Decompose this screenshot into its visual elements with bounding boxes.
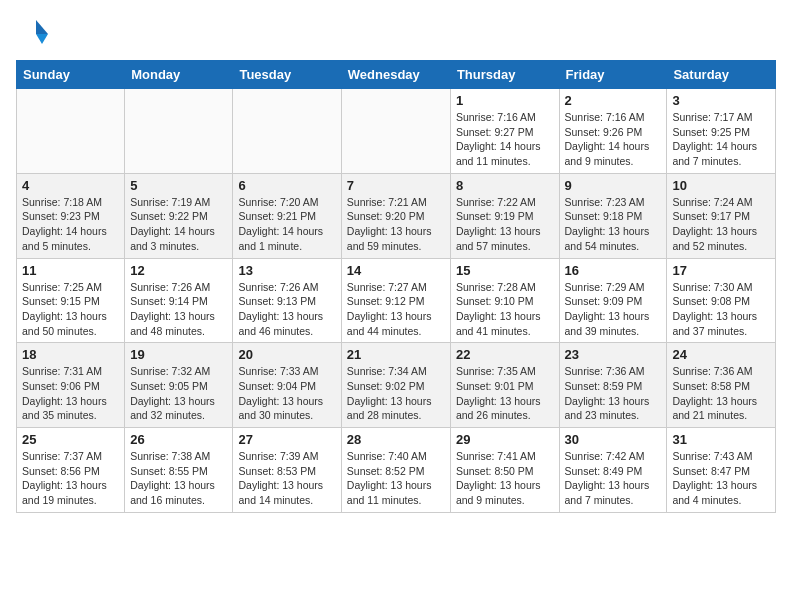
day-number: 24 bbox=[672, 347, 770, 362]
calendar-header-row: SundayMondayTuesdayWednesdayThursdayFrid… bbox=[17, 61, 776, 89]
day-number: 2 bbox=[565, 93, 662, 108]
day-number: 7 bbox=[347, 178, 445, 193]
day-info: Sunrise: 7:32 AM Sunset: 9:05 PM Dayligh… bbox=[130, 364, 227, 423]
calendar-cell: 12Sunrise: 7:26 AM Sunset: 9:14 PM Dayli… bbox=[125, 258, 233, 343]
calendar-cell bbox=[233, 89, 341, 174]
page-header bbox=[16, 16, 776, 52]
day-info: Sunrise: 7:38 AM Sunset: 8:55 PM Dayligh… bbox=[130, 449, 227, 508]
day-number: 27 bbox=[238, 432, 335, 447]
column-header-tuesday: Tuesday bbox=[233, 61, 341, 89]
calendar-cell: 4Sunrise: 7:18 AM Sunset: 9:23 PM Daylig… bbox=[17, 173, 125, 258]
svg-marker-0 bbox=[36, 20, 48, 34]
day-info: Sunrise: 7:30 AM Sunset: 9:08 PM Dayligh… bbox=[672, 280, 770, 339]
day-info: Sunrise: 7:39 AM Sunset: 8:53 PM Dayligh… bbox=[238, 449, 335, 508]
day-info: Sunrise: 7:43 AM Sunset: 8:47 PM Dayligh… bbox=[672, 449, 770, 508]
day-info: Sunrise: 7:21 AM Sunset: 9:20 PM Dayligh… bbox=[347, 195, 445, 254]
calendar-cell: 21Sunrise: 7:34 AM Sunset: 9:02 PM Dayli… bbox=[341, 343, 450, 428]
calendar-week-row: 1Sunrise: 7:16 AM Sunset: 9:27 PM Daylig… bbox=[17, 89, 776, 174]
column-header-saturday: Saturday bbox=[667, 61, 776, 89]
calendar-cell: 3Sunrise: 7:17 AM Sunset: 9:25 PM Daylig… bbox=[667, 89, 776, 174]
calendar-cell: 20Sunrise: 7:33 AM Sunset: 9:04 PM Dayli… bbox=[233, 343, 341, 428]
day-info: Sunrise: 7:24 AM Sunset: 9:17 PM Dayligh… bbox=[672, 195, 770, 254]
day-info: Sunrise: 7:27 AM Sunset: 9:12 PM Dayligh… bbox=[347, 280, 445, 339]
calendar-cell: 8Sunrise: 7:22 AM Sunset: 9:19 PM Daylig… bbox=[450, 173, 559, 258]
day-number: 19 bbox=[130, 347, 227, 362]
day-number: 17 bbox=[672, 263, 770, 278]
column-header-monday: Monday bbox=[125, 61, 233, 89]
calendar-cell bbox=[125, 89, 233, 174]
day-number: 1 bbox=[456, 93, 554, 108]
column-header-sunday: Sunday bbox=[17, 61, 125, 89]
calendar-cell: 30Sunrise: 7:42 AM Sunset: 8:49 PM Dayli… bbox=[559, 428, 667, 513]
column-header-thursday: Thursday bbox=[450, 61, 559, 89]
calendar-week-row: 25Sunrise: 7:37 AM Sunset: 8:56 PM Dayli… bbox=[17, 428, 776, 513]
calendar-cell: 22Sunrise: 7:35 AM Sunset: 9:01 PM Dayli… bbox=[450, 343, 559, 428]
column-header-friday: Friday bbox=[559, 61, 667, 89]
calendar-cell: 1Sunrise: 7:16 AM Sunset: 9:27 PM Daylig… bbox=[450, 89, 559, 174]
calendar-cell: 15Sunrise: 7:28 AM Sunset: 9:10 PM Dayli… bbox=[450, 258, 559, 343]
calendar-cell: 25Sunrise: 7:37 AM Sunset: 8:56 PM Dayli… bbox=[17, 428, 125, 513]
calendar-cell: 16Sunrise: 7:29 AM Sunset: 9:09 PM Dayli… bbox=[559, 258, 667, 343]
day-info: Sunrise: 7:25 AM Sunset: 9:15 PM Dayligh… bbox=[22, 280, 119, 339]
calendar-cell: 2Sunrise: 7:16 AM Sunset: 9:26 PM Daylig… bbox=[559, 89, 667, 174]
day-number: 11 bbox=[22, 263, 119, 278]
day-info: Sunrise: 7:40 AM Sunset: 8:52 PM Dayligh… bbox=[347, 449, 445, 508]
day-number: 12 bbox=[130, 263, 227, 278]
day-info: Sunrise: 7:34 AM Sunset: 9:02 PM Dayligh… bbox=[347, 364, 445, 423]
calendar-cell: 13Sunrise: 7:26 AM Sunset: 9:13 PM Dayli… bbox=[233, 258, 341, 343]
day-info: Sunrise: 7:26 AM Sunset: 9:13 PM Dayligh… bbox=[238, 280, 335, 339]
day-info: Sunrise: 7:23 AM Sunset: 9:18 PM Dayligh… bbox=[565, 195, 662, 254]
calendar-cell: 19Sunrise: 7:32 AM Sunset: 9:05 PM Dayli… bbox=[125, 343, 233, 428]
calendar-cell bbox=[341, 89, 450, 174]
day-info: Sunrise: 7:36 AM Sunset: 8:59 PM Dayligh… bbox=[565, 364, 662, 423]
calendar-cell: 5Sunrise: 7:19 AM Sunset: 9:22 PM Daylig… bbox=[125, 173, 233, 258]
day-number: 21 bbox=[347, 347, 445, 362]
calendar-cell: 7Sunrise: 7:21 AM Sunset: 9:20 PM Daylig… bbox=[341, 173, 450, 258]
calendar-cell: 9Sunrise: 7:23 AM Sunset: 9:18 PM Daylig… bbox=[559, 173, 667, 258]
day-number: 26 bbox=[130, 432, 227, 447]
day-number: 20 bbox=[238, 347, 335, 362]
day-number: 5 bbox=[130, 178, 227, 193]
calendar-cell: 6Sunrise: 7:20 AM Sunset: 9:21 PM Daylig… bbox=[233, 173, 341, 258]
day-number: 14 bbox=[347, 263, 445, 278]
day-info: Sunrise: 7:17 AM Sunset: 9:25 PM Dayligh… bbox=[672, 110, 770, 169]
calendar-cell: 10Sunrise: 7:24 AM Sunset: 9:17 PM Dayli… bbox=[667, 173, 776, 258]
day-number: 9 bbox=[565, 178, 662, 193]
calendar-cell: 23Sunrise: 7:36 AM Sunset: 8:59 PM Dayli… bbox=[559, 343, 667, 428]
day-number: 29 bbox=[456, 432, 554, 447]
day-number: 18 bbox=[22, 347, 119, 362]
calendar-week-row: 4Sunrise: 7:18 AM Sunset: 9:23 PM Daylig… bbox=[17, 173, 776, 258]
day-number: 6 bbox=[238, 178, 335, 193]
day-number: 23 bbox=[565, 347, 662, 362]
svg-marker-1 bbox=[36, 34, 48, 44]
calendar-week-row: 11Sunrise: 7:25 AM Sunset: 9:15 PM Dayli… bbox=[17, 258, 776, 343]
day-number: 28 bbox=[347, 432, 445, 447]
day-info: Sunrise: 7:29 AM Sunset: 9:09 PM Dayligh… bbox=[565, 280, 662, 339]
day-info: Sunrise: 7:22 AM Sunset: 9:19 PM Dayligh… bbox=[456, 195, 554, 254]
day-number: 10 bbox=[672, 178, 770, 193]
calendar-cell: 31Sunrise: 7:43 AM Sunset: 8:47 PM Dayli… bbox=[667, 428, 776, 513]
day-info: Sunrise: 7:31 AM Sunset: 9:06 PM Dayligh… bbox=[22, 364, 119, 423]
calendar-cell: 26Sunrise: 7:38 AM Sunset: 8:55 PM Dayli… bbox=[125, 428, 233, 513]
day-info: Sunrise: 7:35 AM Sunset: 9:01 PM Dayligh… bbox=[456, 364, 554, 423]
column-header-wednesday: Wednesday bbox=[341, 61, 450, 89]
day-info: Sunrise: 7:42 AM Sunset: 8:49 PM Dayligh… bbox=[565, 449, 662, 508]
calendar-week-row: 18Sunrise: 7:31 AM Sunset: 9:06 PM Dayli… bbox=[17, 343, 776, 428]
day-info: Sunrise: 7:37 AM Sunset: 8:56 PM Dayligh… bbox=[22, 449, 119, 508]
day-number: 22 bbox=[456, 347, 554, 362]
day-info: Sunrise: 7:20 AM Sunset: 9:21 PM Dayligh… bbox=[238, 195, 335, 254]
day-number: 4 bbox=[22, 178, 119, 193]
calendar-cell: 14Sunrise: 7:27 AM Sunset: 9:12 PM Dayli… bbox=[341, 258, 450, 343]
day-number: 16 bbox=[565, 263, 662, 278]
calendar-cell: 24Sunrise: 7:36 AM Sunset: 8:58 PM Dayli… bbox=[667, 343, 776, 428]
calendar-cell bbox=[17, 89, 125, 174]
day-info: Sunrise: 7:41 AM Sunset: 8:50 PM Dayligh… bbox=[456, 449, 554, 508]
calendar-table: SundayMondayTuesdayWednesdayThursdayFrid… bbox=[16, 60, 776, 513]
day-info: Sunrise: 7:19 AM Sunset: 9:22 PM Dayligh… bbox=[130, 195, 227, 254]
day-number: 8 bbox=[456, 178, 554, 193]
day-number: 25 bbox=[22, 432, 119, 447]
logo-icon bbox=[16, 16, 52, 52]
day-number: 3 bbox=[672, 93, 770, 108]
day-info: Sunrise: 7:28 AM Sunset: 9:10 PM Dayligh… bbox=[456, 280, 554, 339]
day-info: Sunrise: 7:16 AM Sunset: 9:26 PM Dayligh… bbox=[565, 110, 662, 169]
